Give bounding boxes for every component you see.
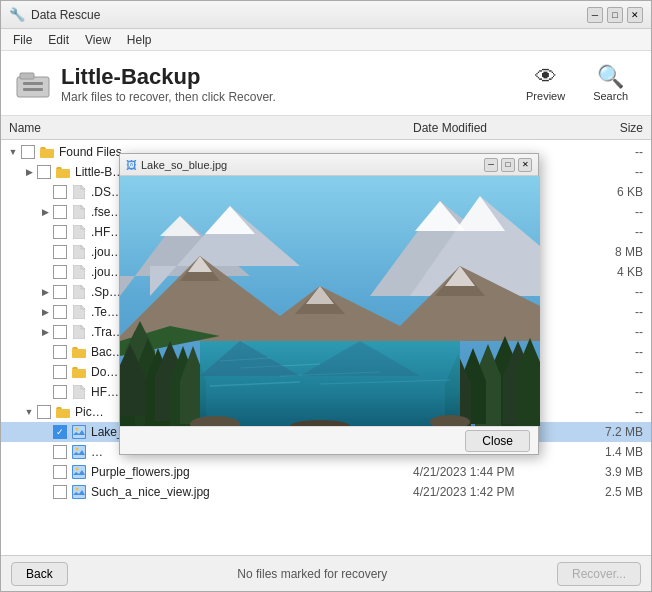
file-icon — [71, 224, 87, 240]
svg-point-14 — [76, 448, 79, 451]
popup-maximize[interactable]: □ — [501, 158, 515, 172]
file-checkbox[interactable] — [53, 265, 67, 279]
file-size: -- — [573, 225, 643, 239]
tree-expander — [37, 462, 53, 482]
tree-item[interactable]: Purple_flowers.jpg4/21/2023 1:44 PM3.9 M… — [1, 462, 651, 482]
preview-label: Preview — [526, 90, 565, 102]
menu-help[interactable]: Help — [119, 31, 160, 49]
file-checkbox[interactable] — [53, 225, 67, 239]
folder-icon — [71, 344, 87, 360]
file-checkbox[interactable] — [53, 465, 67, 479]
popup-close[interactable]: ✕ — [518, 158, 532, 172]
file-checkbox[interactable] — [53, 365, 67, 379]
popup-close-button[interactable]: Close — [465, 430, 530, 452]
file-checkbox[interactable] — [53, 485, 67, 499]
file-checkbox[interactable] — [53, 425, 67, 439]
close-button[interactable]: ✕ — [627, 7, 643, 23]
file-size: 7.2 MB — [573, 425, 643, 439]
column-headers: Name Date Modified Size — [1, 116, 651, 140]
backup-icon — [15, 69, 51, 99]
tree-expander[interactable]: ▶ — [37, 202, 53, 222]
popup-footer: Close — [120, 426, 538, 454]
tree-expander — [37, 482, 53, 502]
popup-minimize[interactable]: ─ — [484, 158, 498, 172]
menu-edit[interactable]: Edit — [40, 31, 77, 49]
file-size: -- — [573, 285, 643, 299]
minimize-button[interactable]: ─ — [587, 7, 603, 23]
tree-expander[interactable]: ▶ — [37, 302, 53, 322]
file-checkbox[interactable] — [37, 165, 51, 179]
back-button[interactable]: Back — [11, 562, 68, 586]
file-checkbox[interactable] — [53, 325, 67, 339]
file-checkbox[interactable] — [53, 445, 67, 459]
file-size: -- — [573, 365, 643, 379]
file-size: -- — [573, 205, 643, 219]
status-bar: Back No files marked for recovery Recove… — [1, 555, 651, 591]
svg-rect-8 — [56, 409, 70, 418]
tree-expander[interactable]: ▼ — [21, 402, 37, 422]
file-size: -- — [573, 385, 643, 399]
file-checkbox[interactable] — [21, 145, 35, 159]
tree-expander — [37, 442, 53, 462]
tree-expander — [37, 382, 53, 402]
maximize-button[interactable]: □ — [607, 7, 623, 23]
main-window: 🔧 Data Rescue ─ □ ✕ File Edit View Help … — [0, 0, 652, 592]
file-checkbox[interactable] — [53, 285, 67, 299]
menu-file[interactable]: File — [5, 31, 40, 49]
file-checkbox[interactable] — [37, 405, 51, 419]
preview-icon: 👁 — [535, 66, 557, 88]
svg-rect-3 — [23, 88, 43, 91]
svg-rect-6 — [72, 349, 86, 358]
tree-expander[interactable]: ▶ — [37, 322, 53, 342]
file-checkbox[interactable] — [53, 345, 67, 359]
file-checkbox[interactable] — [53, 185, 67, 199]
preview-button[interactable]: 👁 Preview — [517, 61, 574, 107]
file-icon — [71, 284, 87, 300]
recover-button[interactable]: Recover... — [557, 562, 641, 586]
svg-point-61 — [430, 415, 470, 426]
file-checkbox[interactable] — [53, 205, 67, 219]
file-size: 3.9 MB — [573, 465, 643, 479]
svg-point-17 — [76, 468, 79, 471]
file-size: -- — [573, 165, 643, 179]
header-text: Little-Backup Mark files to recover, the… — [61, 64, 517, 104]
search-button[interactable]: 🔍 Search — [584, 61, 637, 107]
file-icon — [71, 184, 87, 200]
tree-item[interactable]: Such_a_nice_view.jpg4/21/2023 1:42 PM2.5… — [1, 482, 651, 502]
tree-expander[interactable]: ▶ — [21, 162, 37, 182]
folder-icon — [55, 404, 71, 420]
header-subtitle: Mark files to recover, then click Recove… — [61, 90, 517, 104]
tree-expander — [37, 222, 53, 242]
popup-file-icon: 🖼 — [126, 159, 137, 171]
tree-expander[interactable]: ▼ — [5, 142, 21, 162]
search-label: Search — [593, 90, 628, 102]
file-icon — [71, 264, 87, 280]
tree-expander — [37, 362, 53, 382]
image-icon — [71, 424, 87, 440]
file-checkbox[interactable] — [53, 305, 67, 319]
file-checkbox[interactable] — [53, 385, 67, 399]
preview-popup[interactable]: 🖼 Lake_so_blue.jpg ─ □ ✕ — [119, 153, 539, 455]
svg-point-20 — [76, 488, 79, 491]
col-header-date: Date Modified — [413, 121, 573, 135]
file-checkbox[interactable] — [53, 245, 67, 259]
popup-title: Lake_so_blue.jpg — [141, 159, 484, 171]
file-icon — [71, 304, 87, 320]
file-date: 4/21/2023 1:42 PM — [413, 485, 573, 499]
svg-rect-2 — [23, 82, 43, 85]
preview-image — [120, 176, 540, 426]
tree-expander[interactable]: ▶ — [37, 282, 53, 302]
folder-icon — [39, 144, 55, 160]
file-icon — [71, 244, 87, 260]
file-size: 1.4 MB — [573, 445, 643, 459]
menu-view[interactable]: View — [77, 31, 119, 49]
header-actions: 👁 Preview 🔍 Search — [517, 61, 637, 107]
file-size: -- — [573, 325, 643, 339]
title-bar-text: Data Rescue — [31, 8, 587, 22]
file-size: -- — [573, 145, 643, 159]
file-icon — [71, 384, 87, 400]
tree-expander — [37, 262, 53, 282]
file-icon — [71, 204, 87, 220]
window-controls: ─ □ ✕ — [587, 7, 643, 23]
file-size: 6 KB — [573, 185, 643, 199]
